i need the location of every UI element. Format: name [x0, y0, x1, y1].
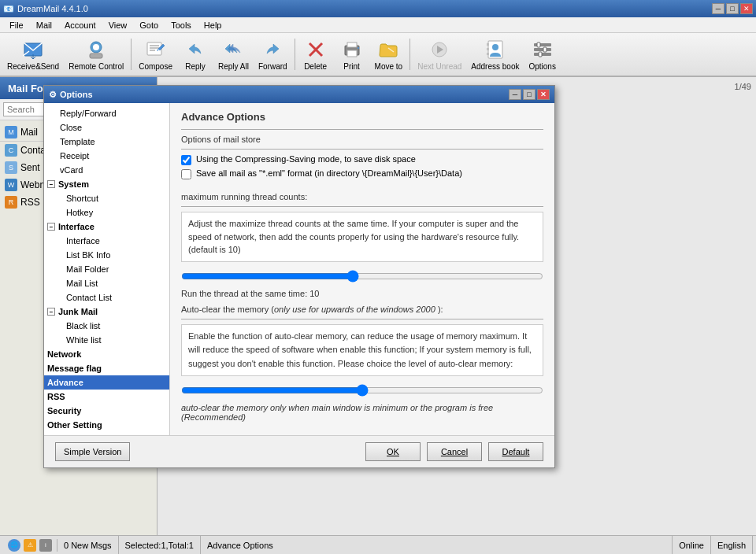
tree-item-mail-folder-label: Mail Folder [66, 264, 109, 274]
svg-rect-19 [358, 47, 359, 49]
tree-item-hotkey[interactable]: Hotkey [44, 205, 169, 220]
ok-button[interactable]: OK [365, 442, 421, 461]
status-panel: Advance Options [201, 536, 673, 554]
tree-item-list-bk-info[interactable]: List BK Info [44, 248, 169, 262]
move-to-icon [377, 39, 399, 61]
svg-rect-27 [487, 53, 489, 55]
junk-mail-expand-icon[interactable]: − [47, 308, 55, 316]
minimize-button[interactable]: ─ [712, 3, 724, 14]
tree-item-interface-cat[interactable]: − Interface [44, 220, 169, 234]
tree-item-advance-label: Advance [47, 378, 83, 387]
simple-version-button[interactable]: Simple Version [55, 442, 130, 461]
divider-3 [181, 206, 543, 207]
address-book-button[interactable]: Address book [467, 35, 523, 74]
next-unread-icon [428, 39, 450, 61]
memory-slider[interactable] [181, 384, 543, 397]
close-button[interactable]: ✕ [740, 3, 753, 14]
tree-item-template[interactable]: Template [44, 135, 169, 149]
dialog-title-controls[interactable]: ─ □ ✕ [509, 89, 550, 100]
main-area: Mail Folder M Mail C Contacts S Sent W W… [0, 77, 756, 535]
online-text: Online [679, 541, 704, 550]
window-controls[interactable]: ─ □ ✕ [712, 3, 753, 14]
remote-control-button[interactable]: Remote Control [65, 35, 128, 74]
tree-item-security[interactable]: Security [44, 404, 169, 418]
thread-slider[interactable] [181, 270, 543, 283]
tree-item-rss-label: RSS [47, 392, 65, 401]
tree-item-reply-forward[interactable]: Reply/Forward [44, 106, 169, 120]
next-unread-button[interactable]: Next Unread [413, 35, 465, 74]
system-expand-icon[interactable]: − [47, 180, 55, 188]
move-to-button[interactable]: Move to [371, 35, 407, 74]
menu-tools[interactable]: Tools [165, 19, 198, 31]
dialog-close-button[interactable]: ✕ [537, 89, 550, 100]
tree-item-mail-folder[interactable]: Mail Folder [44, 262, 169, 276]
tree-item-close[interactable]: Close [44, 120, 169, 135]
dialog-maximize-button[interactable]: □ [523, 89, 536, 100]
menu-mail[interactable]: Mail [30, 19, 58, 31]
tree-item-contact-list[interactable]: Contact List [44, 290, 169, 305]
compose-icon [145, 39, 167, 61]
delete-button[interactable]: Delete [298, 35, 333, 74]
selected-text: Selected:1,Total:1 [125, 541, 194, 550]
svg-rect-32 [543, 47, 547, 52]
tree-item-rss[interactable]: RSS [44, 390, 169, 404]
svg-rect-17 [347, 50, 357, 57]
compress-label: Using the Compressing-Saving mode, to sa… [196, 154, 416, 164]
app-title: DreamMail 4.4.1.0 [17, 4, 88, 13]
cancel-button[interactable]: Cancel [427, 442, 482, 461]
tree-item-junk-mail-label: Junk Mail [58, 307, 98, 316]
tree-item-interface[interactable]: Interface [44, 234, 169, 248]
menu-account[interactable]: Account [58, 19, 102, 31]
toolbar-separator-2 [295, 39, 295, 70]
tree-item-message-flag[interactable]: Message flag [44, 361, 169, 375]
tree-item-black-list-label: Black list [66, 321, 100, 331]
tree-item-security-label: Security [47, 406, 81, 416]
tree-item-contact-list-label: Contact List [66, 293, 112, 302]
tree-item-system[interactable]: − System [44, 177, 169, 191]
thread-description: Adjust the maximize thread counts at the… [181, 212, 543, 262]
tree-item-advance[interactable]: Advance [44, 375, 169, 390]
delete-label: Delete [304, 62, 327, 71]
receive-send-button[interactable]: Receive&Send [3, 35, 63, 74]
run-thread-text: Run the thread at the same time: 10 [181, 289, 543, 298]
svg-rect-33 [539, 52, 542, 57]
tree-item-vcard[interactable]: vCard [44, 163, 169, 177]
tree-item-vcard-label: vCard [60, 165, 83, 175]
compose-button[interactable]: Compose [135, 35, 176, 74]
reply-button[interactable]: Reply [178, 35, 213, 74]
dialog-minimize-button[interactable]: ─ [509, 89, 521, 100]
tree-item-mail-list[interactable]: Mail List [44, 276, 169, 290]
status-icons: 🌐 ⚠ i [3, 539, 57, 552]
tree-item-junk-mail[interactable]: − Junk Mail [44, 305, 169, 319]
forward-button[interactable]: Forward [254, 35, 291, 74]
status-warning-icon: ⚠ [24, 539, 36, 552]
status-language: English [711, 536, 753, 554]
options-dialog: ⚙ Options ─ □ ✕ Reply/Forward Clos [43, 85, 555, 468]
menu-help[interactable]: Help [198, 19, 228, 31]
options-button[interactable]: Options [524, 35, 559, 74]
panel-text: Advance Options [207, 541, 273, 550]
default-button[interactable]: Default [488, 442, 543, 461]
print-button[interactable]: Print [335, 35, 369, 74]
interface-expand-icon[interactable]: − [47, 223, 55, 231]
svg-point-24 [492, 44, 498, 50]
menu-bar: File Mail Account View Goto Tools Help [0, 17, 756, 33]
auto-clear-italic: only use for upwards of the windows 2000 [274, 305, 435, 314]
tree-item-black-list[interactable]: Black list [44, 319, 169, 333]
save-eml-checkbox[interactable] [181, 169, 191, 179]
save-eml-checkbox-row: Save all mail as "*.eml" format (in dire… [181, 168, 543, 179]
tree-item-network[interactable]: Network [44, 347, 169, 361]
menu-file[interactable]: File [3, 19, 30, 31]
tree-item-receipt[interactable]: Receipt [44, 149, 169, 163]
menu-view[interactable]: View [102, 19, 134, 31]
tree-item-other-setting[interactable]: Other Setting [44, 418, 169, 432]
menu-goto[interactable]: Goto [133, 19, 165, 31]
svg-rect-31 [537, 42, 540, 47]
tree-item-shortcut[interactable]: Shortcut [44, 191, 169, 205]
tree-item-white-list[interactable]: White list [44, 333, 169, 347]
reply-all-button[interactable]: Reply All [214, 35, 253, 74]
compress-checkbox[interactable] [181, 155, 191, 165]
status-info-icon: i [39, 539, 52, 552]
forward-label: Forward [258, 62, 287, 71]
maximize-button[interactable]: □ [726, 3, 739, 14]
